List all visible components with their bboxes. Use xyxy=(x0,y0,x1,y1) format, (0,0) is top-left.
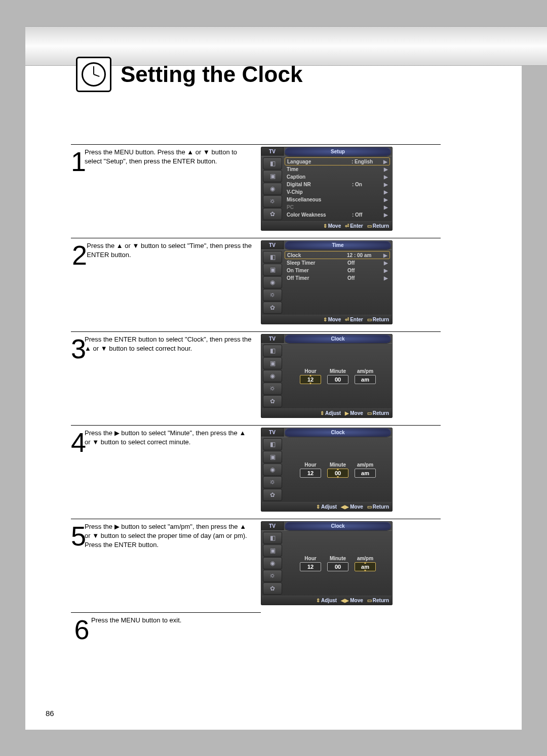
step-text: Press the ▶ button to select "Minute", t… xyxy=(85,428,252,512)
osd-title: Setup xyxy=(285,147,391,156)
tab-icon[interactable]: ✿ xyxy=(263,208,282,220)
up-arrow-icon: ▲ xyxy=(364,559,367,567)
tab-icon[interactable]: ▣ xyxy=(263,170,282,182)
osd-hint-bar: ⇕Adjust ◀▶Move ▭Return xyxy=(261,596,392,605)
up-arrow-icon: ▲ xyxy=(336,465,340,473)
tab-icon[interactable]: ⛭ xyxy=(263,383,282,395)
down-arrow-icon: ▼ xyxy=(336,473,340,481)
menu-row-vchip[interactable]: V-Chip▶ xyxy=(285,188,390,196)
clock-ampm-box[interactable]: ▲ am ▼ xyxy=(355,562,376,571)
tab-icon[interactable]: ◧ xyxy=(263,532,282,544)
step-number: 4 xyxy=(71,428,85,512)
osd-clock-minute: TV Clock ◧ ▣ ◉ ⛭ ✿ Hour xyxy=(261,428,393,512)
up-arrow-icon: ▲ xyxy=(309,371,312,380)
menu-row-digital-nr[interactable]: Digital NR:On▶ xyxy=(285,181,390,188)
step-text: Press the ▶ button to select "am/pm", th… xyxy=(85,521,252,605)
osd-tv-label: TV xyxy=(261,522,284,530)
tab-icon[interactable]: ✿ xyxy=(263,302,282,314)
clock-minute-box[interactable]: 00 xyxy=(327,562,348,571)
tab-icon[interactable]: ◉ xyxy=(263,183,282,195)
step-number: 2 xyxy=(71,240,87,324)
clock-hour-box[interactable]: 12 xyxy=(300,469,321,478)
step-text: Press the MENU button. Press the ▲ or ▼ … xyxy=(85,147,252,231)
step-number: 6 xyxy=(71,615,91,641)
menu-row-clock[interactable]: Clock12 : 00 am▶ xyxy=(285,251,390,259)
clock-ampm-box[interactable]: am xyxy=(355,469,376,478)
tab-icon[interactable]: ✿ xyxy=(263,489,282,501)
osd-time-menu: TV Time ◧ ▣ ◉ ⛭ ✿ Clock12 xyxy=(261,240,393,324)
tab-icon[interactable]: ▣ xyxy=(263,451,282,463)
step-4: 4 Press the ▶ button to select "Minute",… xyxy=(71,425,441,512)
tab-icon[interactable]: ◉ xyxy=(263,464,282,476)
tab-icon[interactable]: ⛭ xyxy=(263,476,282,488)
menu-row-sleep-timer[interactable]: Sleep TimerOff▶ xyxy=(285,259,390,267)
menu-row-caption[interactable]: Caption▶ xyxy=(285,173,390,181)
osd-rows: Clock12 : 00 am▶ Sleep TimerOff▶ On Time… xyxy=(284,250,392,315)
menu-row-misc[interactable]: Miscellaneous▶ xyxy=(285,196,390,203)
osd-hint-bar: ⇕Adjust ▶Move ▭Return xyxy=(261,408,392,417)
menu-row-on-timer[interactable]: On TimerOff▶ xyxy=(285,267,390,274)
tab-icon[interactable]: ◧ xyxy=(263,157,282,170)
tab-icon[interactable]: ⛭ xyxy=(263,195,282,207)
step-3: 3 Press the ENTER button to select "Cloc… xyxy=(71,331,441,418)
clock-minute-box[interactable]: 00 xyxy=(327,375,348,384)
menu-row-time[interactable]: Time▶ xyxy=(285,165,390,173)
osd-category-tabs: ◧ ▣ ◉ ⛭ ✿ xyxy=(261,531,284,596)
step-1: 1 Press the MENU button. Press the ▲ or … xyxy=(71,144,441,231)
menu-row-pc: PC▶ xyxy=(285,203,390,211)
osd-category-tabs: ◧ ▣ ◉ ⛭ ✿ xyxy=(261,250,284,315)
tab-icon[interactable]: ◉ xyxy=(263,276,282,288)
step-text: Press the ▲ or ▼ button to select "Time"… xyxy=(87,240,252,324)
tab-icon[interactable]: ▣ xyxy=(263,357,282,369)
step-2: 2 Press the ▲ or ▼ button to select "Tim… xyxy=(71,238,441,324)
osd-hint-bar: ⇕Move ⏎Enter ▭Return xyxy=(261,315,392,324)
osd-rows: Language:English▶ Time▶ Caption▶ Digital… xyxy=(284,156,392,221)
tab-icon[interactable]: ⛭ xyxy=(263,570,282,582)
tab-icon[interactable]: ◉ xyxy=(263,557,282,569)
osd-tv-label: TV xyxy=(261,241,284,249)
tab-icon[interactable]: ◧ xyxy=(263,345,282,357)
osd-title: Time xyxy=(285,241,391,249)
tab-icon[interactable]: ⛭ xyxy=(263,289,282,301)
tab-icon[interactable]: ◧ xyxy=(263,251,282,263)
content-area: 1 Press the MENU button. Press the ▲ or … xyxy=(71,144,441,648)
clock-hour-box[interactable]: 12 xyxy=(300,562,321,571)
tab-icon[interactable]: ◉ xyxy=(263,370,282,382)
clock-hour-box[interactable]: ▲ 12 ▼ xyxy=(300,375,321,384)
osd-setup-menu: TV Setup ◧ ▣ ◉ ⛭ ✿ Languag xyxy=(261,147,393,231)
title-row: Setting the Clock xyxy=(76,57,302,92)
tab-icon[interactable]: ▣ xyxy=(263,544,282,557)
step-text: Press the MENU button to exit. xyxy=(91,615,181,641)
down-arrow-icon: ▼ xyxy=(309,380,312,388)
menu-row-language[interactable]: Language:English▶ xyxy=(285,157,390,165)
osd-category-tabs: ◧ ▣ ◉ ⛭ ✿ xyxy=(261,437,284,502)
step-5: 5 Press the ▶ button to select "am/pm", … xyxy=(71,519,441,605)
osd-tv-label: TV xyxy=(261,428,284,437)
tab-icon[interactable]: ◧ xyxy=(263,438,282,450)
clock-ampm-box[interactable]: am xyxy=(355,375,376,384)
manual-page: Setting the Clock 1 Press the MENU butto… xyxy=(25,26,522,730)
step-text: Press the ENTER button to select "Clock"… xyxy=(85,334,252,418)
osd-title: Clock xyxy=(285,334,391,343)
osd-category-tabs: ◧ ▣ ◉ ⛭ ✿ xyxy=(261,344,284,408)
osd-clock-hour: TV Clock ◧ ▣ ◉ ⛭ ✿ Hour xyxy=(261,334,393,418)
tab-icon[interactable]: ✿ xyxy=(263,395,282,407)
osd-title: Clock xyxy=(285,522,391,530)
tab-icon[interactable]: ▣ xyxy=(263,264,282,276)
tab-icon[interactable]: ✿ xyxy=(263,582,282,595)
step-6: 6 Press the MENU button to exit. xyxy=(71,612,261,641)
osd-title: Clock xyxy=(285,428,391,437)
step-number: 5 xyxy=(71,521,85,605)
step-number: 3 xyxy=(71,334,85,418)
osd-category-tabs: ◧ ▣ ◉ ⛭ ✿ xyxy=(261,156,284,221)
page-number: 86 xyxy=(46,709,54,718)
menu-row-off-timer[interactable]: Off TimerOff▶ xyxy=(285,274,390,282)
osd-clock-ampm: TV Clock ◧ ▣ ◉ ⛭ ✿ Hour xyxy=(261,521,393,605)
osd-hint-bar: ⇕Adjust ◀▶Move ▭Return xyxy=(261,502,392,511)
page-title: Setting the Clock xyxy=(121,62,302,87)
osd-hint-bar: ⇕Move ⏎Enter ▭Return xyxy=(261,221,392,230)
menu-row-color-weakness[interactable]: Color Weakness:Off▶ xyxy=(285,211,390,219)
osd-tv-label: TV xyxy=(261,147,284,156)
clock-icon xyxy=(76,57,111,92)
clock-minute-box[interactable]: ▲ 00 ▼ xyxy=(327,469,348,478)
